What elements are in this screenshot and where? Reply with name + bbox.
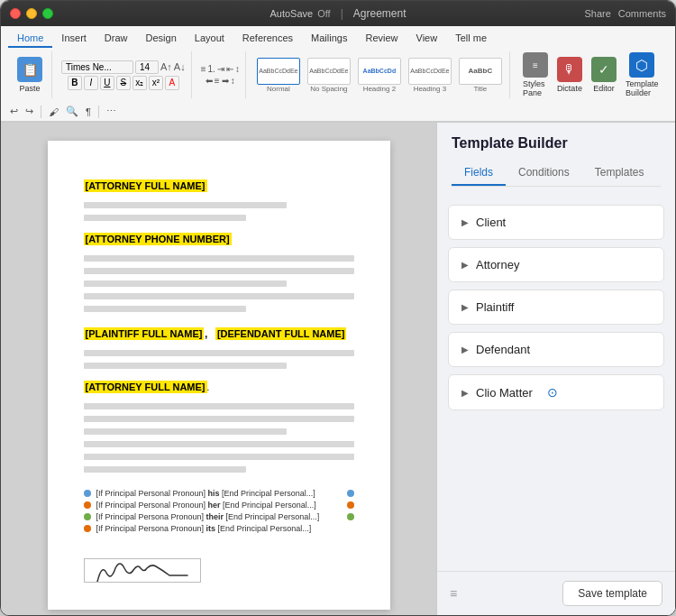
undo-icon[interactable]: ↩ xyxy=(8,105,20,118)
document-area: [ATTORNEY FULL NAME] [ATTORNEY PHONE NUM… xyxy=(1,123,436,615)
dictate-icon: 🎙 xyxy=(557,57,582,82)
tab-references[interactable]: References xyxy=(233,30,302,48)
toolbar-sep1 xyxy=(41,106,41,118)
attorney-phone-highlight: [ATTORNEY PHONE NUMBER] xyxy=(84,233,232,245)
clio-check-icon: ⊙ xyxy=(547,385,558,400)
align-right-icon[interactable]: ➡ xyxy=(222,76,229,86)
style-normal-label: Normal xyxy=(267,85,290,93)
sort-icon[interactable]: ↕ xyxy=(235,64,240,74)
doc-line-1 xyxy=(84,202,287,208)
tab-review[interactable]: Review xyxy=(356,30,407,48)
tab-mailings[interactable]: Mailings xyxy=(302,30,356,48)
dictate-button[interactable]: 🎙 Dictate xyxy=(553,55,586,95)
line-spacing-icon[interactable]: ↕ xyxy=(231,76,235,86)
redo-icon[interactable]: ↪ xyxy=(23,105,35,118)
ribbon-group-paste: 📋 Paste xyxy=(8,51,52,98)
increase-font-icon[interactable]: A↑ xyxy=(160,61,172,72)
indent-icon[interactable]: ⇥ xyxy=(217,64,224,74)
accordion-attorney-header[interactable]: ▶ Attorney xyxy=(449,248,663,281)
save-template-button[interactable]: Save template xyxy=(562,581,662,606)
panel-header: Template Builder Fields Conditions Templ… xyxy=(437,123,675,194)
cond-item-4: [If Principal Persona Pronoun] its [End … xyxy=(84,524,354,533)
italic-button[interactable]: I xyxy=(84,76,98,90)
align-left-icon[interactable]: ⬅ xyxy=(206,76,213,86)
tab-insert[interactable]: Insert xyxy=(52,30,96,48)
styles-pane-button[interactable]: ≡ Styles Pane xyxy=(519,51,552,99)
toolbar-sep2 xyxy=(98,106,99,118)
style-heading3-box: AaBbCcDdEe xyxy=(408,58,452,85)
panel-tabs: Fields Conditions Templates xyxy=(452,161,661,187)
tab-tellme[interactable]: Tell me xyxy=(446,30,496,48)
doc-lines-block4 xyxy=(84,401,354,474)
more-tools-icon[interactable]: ⋯ xyxy=(105,105,118,118)
tab-conditions[interactable]: Conditions xyxy=(506,161,582,186)
accordion-defendant-header[interactable]: ▶ Defendant xyxy=(449,333,663,366)
autosave-label: AutoSave xyxy=(269,8,313,19)
accordion-plaintiff-header[interactable]: ▶ Plaintiff xyxy=(449,290,663,324)
zoom-icon[interactable]: 🔍 xyxy=(64,105,80,118)
tab-draw[interactable]: Draw xyxy=(96,30,137,48)
attorney-phone-field: [ATTORNEY PHONE NUMBER] xyxy=(84,230,354,246)
tab-view[interactable]: View xyxy=(407,30,447,48)
autosave-status: Off xyxy=(317,8,330,19)
cond-dot-2 xyxy=(84,501,91,509)
doc-lines-block1 xyxy=(84,200,354,223)
decrease-font-icon[interactable]: A↓ xyxy=(174,61,186,72)
format-paint-icon[interactable]: 🖌 xyxy=(47,106,60,118)
style-nospacing[interactable]: AaBbCcDdEe No Spacing xyxy=(306,58,352,93)
cond-dot-3 xyxy=(84,513,91,520)
window-title: Agreement xyxy=(353,7,407,20)
attorney-name-field: [ATTORNEY FULL NAME] xyxy=(84,177,354,193)
text-color-button[interactable]: A xyxy=(165,76,179,90)
superscript-button[interactable]: x² xyxy=(149,76,163,90)
paragraph-mark-icon[interactable]: ¶ xyxy=(84,106,93,118)
toolbar-row: ↩ ↪ 🖌 🔍 ¶ ⋯ xyxy=(1,102,675,122)
tab-templates[interactable]: Templates xyxy=(582,161,657,186)
subscript-button[interactable]: x₂ xyxy=(132,76,147,90)
share-btn[interactable]: Share xyxy=(584,8,610,19)
align-center-icon[interactable]: ≡ xyxy=(215,76,220,86)
styles-pane-icon: ≡ xyxy=(523,52,548,78)
font-name[interactable]: Times Ne... xyxy=(61,60,133,74)
style-aabbc[interactable]: AaBbC Title xyxy=(457,58,504,93)
close-button[interactable] xyxy=(10,8,21,19)
accordion-defendant: ▶ Defendant xyxy=(448,332,664,367)
dictate-label: Dictate xyxy=(557,84,582,93)
maximize-button[interactable] xyxy=(42,8,53,19)
style-heading3[interactable]: AaBbCcDdEe Heading 3 xyxy=(407,58,453,93)
strikethrough-button[interactable]: S xyxy=(116,76,131,90)
style-normal[interactable]: AaBbCcDdEe Normal xyxy=(255,58,302,93)
app-window: AutoSave Off | Agreement Share Comments … xyxy=(0,0,676,616)
footer-menu-icon[interactable]: ≡ xyxy=(450,586,457,601)
minimize-button[interactable] xyxy=(26,8,37,19)
cond-dot-end-3 xyxy=(347,513,354,520)
cond-text-4: [If Principal Persona Pronoun] its [End … xyxy=(96,524,312,533)
document-page: [ATTORNEY FULL NAME] [ATTORNEY PHONE NUM… xyxy=(48,141,390,610)
editor-button[interactable]: ✓ Editor xyxy=(588,55,620,95)
title-bar-title: AutoSave Off | Agreement xyxy=(269,7,406,20)
tab-fields[interactable]: Fields xyxy=(452,161,506,186)
style-heading2[interactable]: AaBbCcDd Heading 2 xyxy=(356,58,403,93)
doc-line-14 xyxy=(84,454,354,460)
clio-label: Clio Matter xyxy=(476,386,533,400)
ribbon-group-font: Times Ne... 14 A↑ A↓ B I U S x₂ x² A xyxy=(56,51,192,98)
outdent-icon[interactable]: ⇤ xyxy=(226,64,233,74)
underline-button[interactable]: U xyxy=(100,76,114,90)
tab-design[interactable]: Design xyxy=(137,30,186,48)
tab-layout[interactable]: Layout xyxy=(186,30,233,48)
title-bar: AutoSave Off | Agreement Share Comments xyxy=(1,1,675,26)
tab-home[interactable]: Home xyxy=(8,30,52,48)
template-builder-button[interactable]: ⬡ Template Builder xyxy=(622,51,662,99)
font-size[interactable]: 14 xyxy=(135,60,159,74)
clio-arrow-icon: ▶ xyxy=(461,388,469,398)
paste-button[interactable]: 📋 Paste xyxy=(14,55,46,95)
bullets-icon[interactable]: ≡ xyxy=(201,64,206,74)
editor-label: Editor xyxy=(593,84,615,93)
doc-lines-block3 xyxy=(84,348,354,371)
accordion-client-header[interactable]: ▶ Client xyxy=(449,206,663,239)
numbering-icon[interactable]: 1. xyxy=(208,64,215,74)
comments-btn[interactable]: Comments xyxy=(618,8,666,19)
bold-button[interactable]: B xyxy=(68,76,82,90)
doc-line-3 xyxy=(84,255,354,262)
accordion-clio-header[interactable]: ▶ Clio Matter ⊙ xyxy=(449,375,663,409)
